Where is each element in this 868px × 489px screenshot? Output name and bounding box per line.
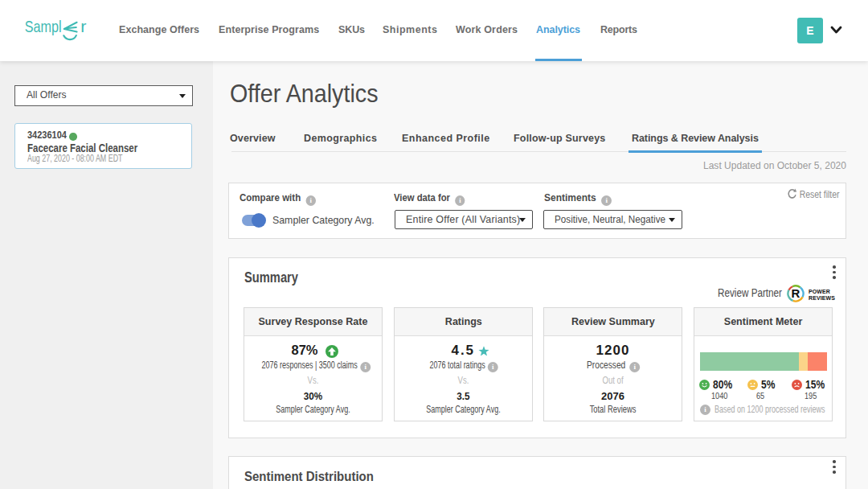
svg-text:Sampl: Sampl <box>25 18 62 35</box>
svg-text:R: R <box>792 286 800 300</box>
svg-text:r: r <box>80 18 86 35</box>
